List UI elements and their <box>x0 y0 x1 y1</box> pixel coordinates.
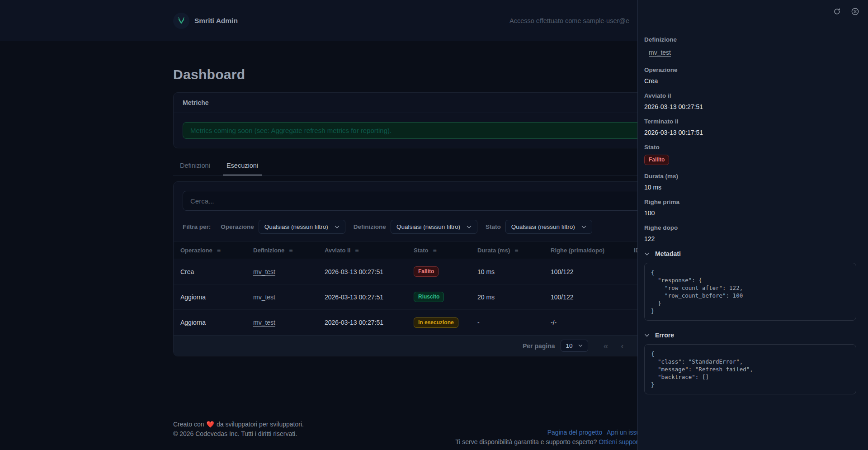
pagination-first-button[interactable]: « <box>600 341 612 350</box>
cell-operazione: Aggiorna <box>174 319 246 326</box>
status-badge: Fallito <box>644 155 669 165</box>
field-value-righe-dopo: 122 <box>644 235 856 242</box>
filter-label-definizione: Definizione <box>354 223 386 230</box>
close-icon <box>851 7 859 16</box>
field-label-righe-dopo: Righe dopo <box>644 224 856 231</box>
field-label-terminato-il: Terminato il <box>644 118 856 125</box>
metrics-card-title: Metriche <box>174 93 694 113</box>
filter-select-definizione-value: Qualsiasi (nessun filtro) <box>396 223 460 230</box>
login-status-text: Accesso effettuato come sample-user@e <box>509 17 629 24</box>
main-content: Dashboard Metriche Metrics coming soon (… <box>173 67 695 356</box>
status-badge: Fallito <box>414 266 439 277</box>
field-label-durata: Durata (ms) <box>644 173 856 180</box>
search-input[interactable] <box>183 191 685 211</box>
col-operazione: Operazione <box>180 247 212 254</box>
error-json: { "class": "StandardError", "message": "… <box>651 350 849 388</box>
support-question: Ti serve disponibilità garantita e suppo… <box>455 438 597 445</box>
brand[interactable]: Smriti Admin <box>173 13 238 29</box>
field-value-operazione: Crea <box>644 77 856 85</box>
chevron-down-icon <box>644 333 650 337</box>
project-page-link[interactable]: Pagina del progetto <box>547 429 602 436</box>
footer-made-with: Creato con❤️da sviluppatori per sviluppa… <box>173 420 304 429</box>
pagination-prev-button[interactable]: ‹ <box>617 341 627 350</box>
cell-durata: 10 ms <box>471 268 544 275</box>
filter-select-definizione[interactable]: Qualsiasi (nessun filtro) <box>391 220 477 234</box>
field-label-stato: Stato <box>644 144 856 151</box>
field-label-righe-prima: Righe prima <box>644 199 856 205</box>
col-durata: Durata (ms) <box>477 247 510 254</box>
metadata-json-box: { "response": { "row_count_after": 122, … <box>644 263 856 321</box>
tab-definizioni[interactable]: Definizioni <box>176 162 214 175</box>
cell-avviato: 2026-03-13 00:27:51 <box>318 294 407 301</box>
col-righe: Righe (prima/dopo) <box>551 247 604 254</box>
field-value-righe-prima: 100 <box>644 209 856 217</box>
executions-table: Operazione≡ Definizione≡ Avviato il≡ Sta… <box>174 241 694 335</box>
app-logo-icon <box>173 13 189 29</box>
column-menu-icon[interactable]: ≡ <box>217 247 221 253</box>
definition-link[interactable]: mv_test <box>253 268 275 275</box>
error-json-box: { "class": "StandardError", "message": "… <box>644 344 856 394</box>
cell-righe: -/- <box>544 319 627 326</box>
filter-label-operazione: Operazione <box>221 223 254 230</box>
filter-select-operazione[interactable]: Qualsiasi (nessun filtro) <box>259 220 345 234</box>
col-stato: Stato <box>414 247 429 254</box>
field-label-definizione: Definizione <box>644 36 856 43</box>
tab-esecuzioni[interactable]: Esecuzioni <box>223 162 262 175</box>
tabs-bar: Definizioni Esecuzioni <box>173 162 695 175</box>
definition-link[interactable]: mv_test <box>253 294 275 301</box>
footer-right: Pagina del progetto Apri un issue Ti ser… <box>455 428 643 447</box>
table-header-row: Operazione≡ Definizione≡ Avviato il≡ Sta… <box>174 241 694 259</box>
table-row[interactable]: Aggiorna mv_test 2026-03-13 00:27:51 In … <box>174 310 694 335</box>
table-row[interactable]: Aggiorna mv_test 2026-03-13 00:27:51 Riu… <box>174 284 694 310</box>
column-menu-icon[interactable]: ≡ <box>433 247 437 253</box>
filter-select-stato-value: Qualsiasi (nessun filtro) <box>511 223 575 230</box>
filter-select-operazione-value: Qualsiasi (nessun filtro) <box>264 223 328 230</box>
col-definizione: Definizione <box>253 247 284 254</box>
field-label-operazione: Operazione <box>644 66 856 73</box>
per-page-select[interactable]: 10 <box>561 340 588 352</box>
chevron-down-icon <box>581 225 586 229</box>
status-badge: In esecuzione <box>414 317 458 328</box>
chevron-down-icon <box>644 252 650 256</box>
get-support-link[interactable]: Ottieni supporto <box>599 438 643 445</box>
close-drawer-button[interactable] <box>849 5 861 17</box>
footer-copyright: © 2026 Codevedas Inc. Tutti i diritti ri… <box>173 429 304 439</box>
field-value-durata: 10 ms <box>644 184 856 191</box>
metrics-card: Metriche Metrics coming soon (see: Aggre… <box>173 92 695 148</box>
col-avviato-il: Avviato il <box>325 247 350 254</box>
metadata-section-toggle[interactable]: Metadati <box>644 250 856 257</box>
heart-icon: ❤️ <box>206 421 214 428</box>
cell-avviato: 2026-03-13 00:27:51 <box>318 319 407 326</box>
column-menu-icon[interactable]: ≡ <box>514 247 518 253</box>
error-section-toggle[interactable]: Errore <box>644 332 856 339</box>
error-section-title: Errore <box>655 332 674 339</box>
column-menu-icon[interactable]: ≡ <box>289 247 292 253</box>
cell-righe: 100/122 <box>544 268 627 275</box>
cell-righe: 100/122 <box>544 294 627 301</box>
field-label-avviato-il: Avviato il <box>644 92 856 99</box>
filter-title: Filtra per: <box>183 223 211 230</box>
cell-durata: - <box>471 319 544 326</box>
filter-row: Filtra per: Operazione Qualsiasi (nessun… <box>174 220 694 241</box>
footer-left: Creato con❤️da sviluppatori per sviluppa… <box>173 420 304 439</box>
column-menu-icon[interactable]: ≡ <box>355 247 359 253</box>
field-value-avviato-il: 2026-03-13 00:27:51 <box>644 103 856 110</box>
brand-name: Smriti Admin <box>194 17 238 25</box>
cell-operazione: Aggiorna <box>174 294 246 301</box>
cell-durata: 20 ms <box>471 294 544 301</box>
filter-select-stato[interactable]: Qualsiasi (nessun filtro) <box>505 220 592 234</box>
filter-label-stato: Stato <box>486 223 501 230</box>
metrics-coming-soon-alert: Metrics coming soon (see: Aggregate refr… <box>183 122 685 139</box>
cell-operazione: Crea <box>174 268 246 275</box>
chevron-down-icon <box>467 225 472 229</box>
executions-card: Filtra per: Operazione Qualsiasi (nessun… <box>173 181 695 356</box>
definition-link[interactable]: mv_test <box>649 49 671 56</box>
per-page-value: 10 <box>566 342 573 349</box>
definition-link[interactable]: mv_test <box>253 319 275 326</box>
refresh-button[interactable] <box>831 5 843 17</box>
chevron-down-icon <box>578 344 583 347</box>
execution-detail-drawer: Definizione mv_test Operazione Crea Avvi… <box>637 0 868 450</box>
metadata-section-title: Metadati <box>655 250 681 257</box>
table-row[interactable]: Crea mv_test 2026-03-13 00:27:51 Fallito… <box>174 259 694 284</box>
page-title: Dashboard <box>173 67 695 82</box>
